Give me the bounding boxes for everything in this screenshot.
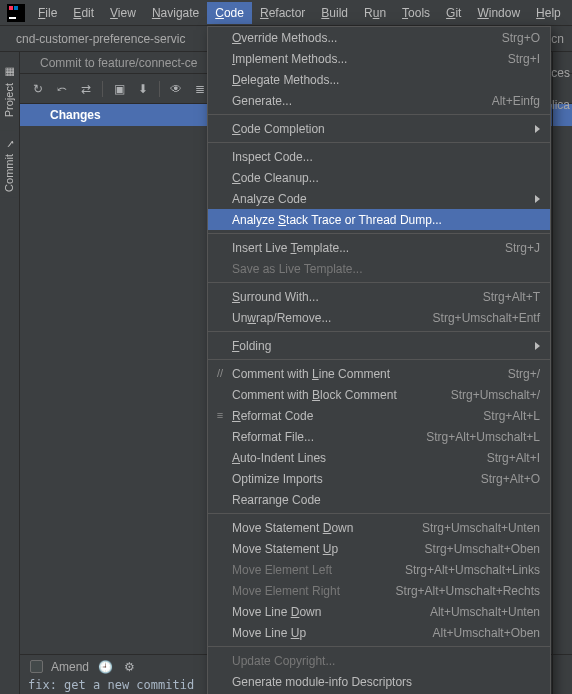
- changelist-icon[interactable]: ▣: [111, 81, 127, 97]
- shelve-icon[interactable]: ⬇: [135, 81, 151, 97]
- menu-edit[interactable]: Edit: [65, 2, 102, 24]
- menu-file[interactable]: File: [30, 2, 65, 24]
- menu-code[interactable]: Code: [207, 2, 252, 24]
- menuitem-label: Rearrange Code: [232, 493, 540, 507]
- menuitem-label: Move Line Down: [232, 605, 430, 619]
- eye-icon[interactable]: 👁: [168, 81, 184, 97]
- menuitem-label: Code Completion: [232, 122, 529, 136]
- chevron-right-icon: [535, 342, 540, 350]
- separator: [208, 142, 550, 143]
- toolwindow-commit[interactable]: Commit ✓: [0, 131, 17, 198]
- separator: [208, 233, 550, 234]
- shortcut-label: Strg+Umschalt+/: [451, 388, 540, 402]
- shortcut-label: Strg+/: [508, 367, 540, 381]
- menuitem-optimize-imports[interactable]: Optimize ImportsStrg+Alt+O: [208, 468, 550, 489]
- checkmark-icon: ✓: [2, 137, 15, 150]
- menuitem-label: Insert Live Template...: [232, 241, 505, 255]
- separator: [208, 331, 550, 332]
- menuitem-label: Save as Live Template...: [232, 262, 540, 276]
- menu-run[interactable]: Run: [356, 2, 394, 24]
- menuitem-label: Override Methods...: [232, 31, 502, 45]
- menuitem-label: Reformat Code: [232, 409, 483, 423]
- right-gutter: urces plica: [552, 52, 572, 694]
- menuitem-generate[interactable]: Generate...Alt+Einfg: [208, 90, 550, 111]
- menuitem-delegate-methods[interactable]: Delegate Methods...: [208, 69, 550, 90]
- menu-navigate[interactable]: Navigate: [144, 2, 207, 24]
- menuitem-move-element-left: Move Element LeftStrg+Alt+Umschalt+Links: [208, 559, 550, 580]
- menuitem-label: Unwrap/Remove...: [232, 311, 433, 325]
- app-logo: [6, 3, 26, 23]
- toolwindow-project[interactable]: Project ▦: [0, 60, 17, 123]
- menuitem-implement-methods[interactable]: Implement Methods...Strg+I: [208, 48, 550, 69]
- gear-icon[interactable]: ⚙: [121, 659, 137, 675]
- menuitem-code-completion[interactable]: Code Completion: [208, 118, 550, 139]
- menuitem-label: Code Cleanup...: [232, 171, 540, 185]
- menu-help[interactable]: Help: [528, 2, 569, 24]
- menu-view[interactable]: View: [102, 2, 144, 24]
- shortcut-label: Strg+J: [505, 241, 540, 255]
- amend-label: Amend: [51, 660, 89, 674]
- changes-label: Changes: [50, 108, 101, 122]
- shortcut-label: Strg+Umschalt+Oben: [425, 542, 540, 556]
- separator: [208, 114, 550, 115]
- menuitem-label: Reformat File...: [232, 430, 426, 444]
- menu-window[interactable]: Window: [469, 2, 528, 24]
- shortcut-label: Alt+Einfg: [492, 94, 540, 108]
- menuitem-label: Surround With...: [232, 290, 483, 304]
- menuitem-label: Move Element Right: [232, 584, 396, 598]
- group-icon[interactable]: ≣: [192, 81, 208, 97]
- menuitem-insert-live-template[interactable]: Insert Live Template...Strg+J: [208, 237, 550, 258]
- history-icon[interactable]: 🕘: [97, 659, 113, 675]
- menuitem-reformat-code[interactable]: ≡Reformat CodeStrg+Alt+L: [208, 405, 550, 426]
- menuitem-auto-indent-lines[interactable]: Auto-Indent LinesStrg+Alt+I: [208, 447, 550, 468]
- shortcut-label: Alt+Umschalt+Unten: [430, 605, 540, 619]
- menuitem-override-methods[interactable]: Override Methods...Strg+O: [208, 27, 550, 48]
- menuitem-comment-with-block-comment[interactable]: Comment with Block CommentStrg+Umschalt+…: [208, 384, 550, 405]
- menu-build[interactable]: Build: [313, 2, 356, 24]
- refresh-icon[interactable]: ↻: [30, 81, 46, 97]
- separator: [208, 282, 550, 283]
- toolwindow-project-label: Project: [3, 83, 15, 117]
- shortcut-label: Strg+Umschalt+Entf: [433, 311, 540, 325]
- menuitem-unwrap-remove[interactable]: Unwrap/Remove...Strg+Umschalt+Entf: [208, 307, 550, 328]
- menu-git[interactable]: Git: [438, 2, 469, 24]
- menu-refactor[interactable]: Refactor: [252, 2, 313, 24]
- menuitem-analyze-stack-trace-or-thread-dump[interactable]: Analyze Stack Trace or Thread Dump...: [208, 209, 550, 230]
- menuitem-move-element-right: Move Element RightStrg+Alt+Umschalt+Rech…: [208, 580, 550, 601]
- shortcut-label: Strg+O: [502, 31, 540, 45]
- menuitem-move-line-down[interactable]: Move Line DownAlt+Umschalt+Unten: [208, 601, 550, 622]
- menuitem-reformat-file[interactable]: Reformat File...Strg+Alt+Umschalt+L: [208, 426, 550, 447]
- svg-rect-3: [14, 6, 18, 10]
- shortcut-label: Strg+I: [508, 52, 540, 66]
- menuitem-generate-module-info-descriptors[interactable]: Generate module-info Descriptors: [208, 671, 550, 692]
- diff-icon[interactable]: ⇄: [78, 81, 94, 97]
- separator: [208, 359, 550, 360]
- menuitem-label: Move Statement Up: [232, 542, 425, 556]
- shortcut-label: Strg+Alt+O: [481, 472, 540, 486]
- menuitem-comment-with-line-comment[interactable]: //Comment with Line CommentStrg+/: [208, 363, 550, 384]
- menuitem-code-cleanup[interactable]: Code Cleanup...: [208, 167, 550, 188]
- tab-customer-pref[interactable]: cnd-customer-preference-servic: [10, 28, 191, 50]
- menuitem-rearrange-code[interactable]: Rearrange Code: [208, 489, 550, 510]
- menuitem-analyze-code[interactable]: Analyze Code: [208, 188, 550, 209]
- menu-tools[interactable]: Tools: [394, 2, 438, 24]
- menuitem-surround-with[interactable]: Surround With...Strg+Alt+T: [208, 286, 550, 307]
- menuitem-label: Analyze Code: [232, 192, 529, 206]
- rollback-icon[interactable]: ⤺: [54, 81, 70, 97]
- menuitem-move-statement-down[interactable]: Move Statement DownStrg+Umschalt+Unten: [208, 517, 550, 538]
- menuitem-label: Comment with Block Comment: [232, 388, 451, 402]
- menuitem-label: Implement Methods...: [232, 52, 508, 66]
- shortcut-label: Strg+Alt+Umschalt+Rechts: [396, 584, 540, 598]
- menuitem-folding[interactable]: Folding: [208, 335, 550, 356]
- shortcut-label: Alt+Umschalt+Oben: [433, 626, 540, 640]
- menuitem-update-copyright: Update Copyright...: [208, 650, 550, 671]
- menuitem-inspect-code[interactable]: Inspect Code...: [208, 146, 550, 167]
- shortcut-label: Strg+Alt+I: [487, 451, 540, 465]
- menuitem-move-statement-up[interactable]: Move Statement UpStrg+Umschalt+Oben: [208, 538, 550, 559]
- amend-checkbox[interactable]: [30, 660, 43, 673]
- folder-icon: ▦: [2, 66, 15, 79]
- menuitem-label: Delegate Methods...: [232, 73, 540, 87]
- menuitem-move-line-up[interactable]: Move Line UpAlt+Umschalt+Oben: [208, 622, 550, 643]
- shortcut-label: Strg+Alt+Umschalt+L: [426, 430, 540, 444]
- shortcut-label: Strg+Alt+T: [483, 290, 540, 304]
